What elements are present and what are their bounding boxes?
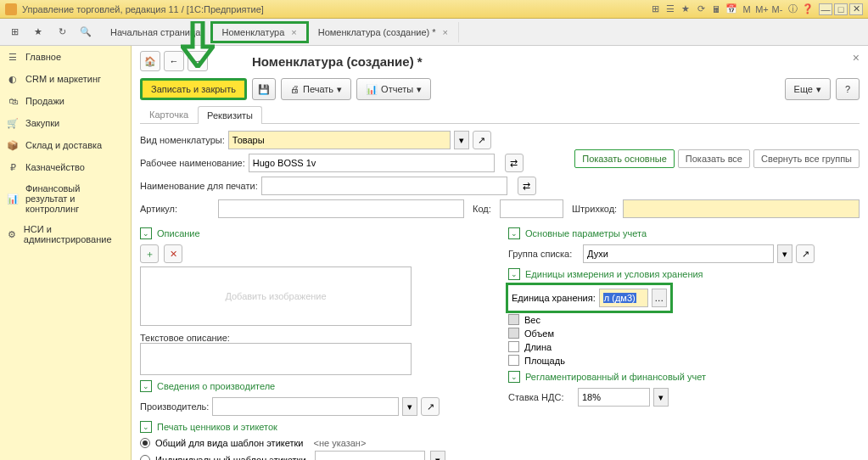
sidebar-toggle[interactable]: ☰Главное (0, 46, 131, 68)
tab-nomenclature-create[interactable]: Номенклатура (создание) *× (308, 22, 459, 42)
show-main-button[interactable]: Показать основные (574, 149, 675, 168)
favorite-icon[interactable]: ★ (29, 23, 48, 42)
minimize-button[interactable]: — (819, 3, 832, 15)
tool-icon-6[interactable]: 📅 (725, 3, 737, 15)
m-minus-label[interactable]: М- (771, 3, 783, 15)
sidebar-item-purchases[interactable]: 🛒Закупки (0, 112, 131, 134)
print-name-field[interactable] (261, 177, 507, 195)
type-dropdown-button[interactable]: ▾ (454, 131, 469, 149)
vat-label: Ставка НДС: (508, 392, 574, 402)
nav-back-button[interactable]: ← (164, 51, 184, 71)
tab-home[interactable]: Начальная страница (100, 22, 211, 42)
top-nav: ⊞ ★ ↻ 🔍 Начальная страница Номенклатура×… (0, 19, 868, 46)
vat-dropdown[interactable]: ▾ (653, 388, 669, 407)
tool-icon-4[interactable]: ⟳ (695, 3, 707, 15)
save-button[interactable]: 💾 (252, 78, 276, 100)
sidebar-item-sales[interactable]: 🛍Продажи (0, 90, 131, 112)
m-plus-label[interactable]: М+ (756, 3, 768, 15)
sales-icon: 🛍 (7, 95, 19, 107)
gear-icon: ⚙ (7, 228, 17, 240)
type-label: Вид номенклатуры: (140, 135, 225, 145)
maximize-button[interactable]: □ (834, 3, 848, 15)
image-placeholder[interactable]: Добавить изображение (140, 266, 412, 326)
weight-checkbox[interactable] (508, 314, 519, 325)
article-field[interactable] (218, 199, 464, 218)
tool-icon-2[interactable]: ☰ (664, 3, 676, 15)
more-button[interactable]: Еще ▾ (785, 78, 831, 100)
manufacturer-dropdown[interactable]: ▾ (402, 397, 417, 416)
crm-icon: ◐ (7, 73, 19, 85)
reports-button[interactable]: 📊 Отчеты ▾ (356, 78, 431, 100)
type-field[interactable] (228, 131, 451, 149)
sidebar-item-nsi[interactable]: ⚙НСИ и администрирование (0, 219, 131, 250)
storage-unit-field[interactable]: л (дм3) (599, 289, 648, 307)
individual-template-dropdown[interactable]: ▾ (430, 451, 445, 460)
barcode-field[interactable] (623, 199, 860, 218)
group-list-field[interactable] (583, 244, 774, 263)
section-accounting[interactable]: ⌄ Основные параметры учета (508, 227, 860, 239)
cart-icon: 🛒 (7, 117, 19, 129)
save-close-button[interactable]: Записать и закрыть (140, 78, 247, 100)
tab-close-icon[interactable]: × (291, 27, 296, 37)
sub-tabs: Карточка Реквизиты (140, 105, 860, 124)
help-icon[interactable]: ⓘ (787, 3, 798, 15)
section-tags-printing[interactable]: ⌄ Печать ценников и этикеток (140, 421, 491, 433)
tool-icon-3[interactable]: ★ (680, 3, 692, 15)
common-template-radio[interactable] (140, 438, 150, 448)
section-manufacturer[interactable]: ⌄ Сведения о производителе (140, 380, 491, 392)
history-icon[interactable]: ↻ (53, 23, 71, 42)
manufacturer-open-button[interactable]: ↗ (421, 397, 440, 416)
type-open-button[interactable]: ↗ (473, 131, 491, 149)
collapse-icon: ⌄ (140, 380, 152, 392)
sidebar-item-crm[interactable]: ◐CRM и маркетинг (0, 68, 131, 90)
page-close-button[interactable]: × (853, 51, 860, 65)
print-button[interactable]: 🖨 Печать ▾ (281, 78, 351, 100)
section-description[interactable]: ⌄ Описание (140, 227, 491, 239)
sidebar: ☰Главное ◐CRM и маркетинг 🛍Продажи 🛒Заку… (0, 46, 132, 460)
sidebar-item-finance[interactable]: 📊Финансовый результат и контроллинг (0, 178, 131, 219)
help-icon-2[interactable]: ❓ (802, 3, 814, 15)
search-icon[interactable]: 🔍 (76, 23, 95, 42)
individual-template-field[interactable] (315, 451, 425, 460)
sidebar-item-warehouse[interactable]: 📦Склад и доставка (0, 134, 131, 156)
nav-fwd-button[interactable]: → (188, 51, 208, 71)
individual-template-radio[interactable] (140, 455, 150, 460)
section-regulated[interactable]: ⌄ Регламентированный и финансовый учет (508, 371, 860, 383)
title-bar: Управление торговлей, редакция 11 / [1С:… (0, 0, 868, 19)
sidebar-item-treasury[interactable]: ₽Казначейство (0, 156, 131, 178)
subtab-card[interactable]: Карточка (140, 105, 198, 123)
manufacturer-field[interactable] (212, 397, 399, 416)
back-button[interactable]: 🏠 (140, 51, 160, 71)
delete-image-button[interactable]: ✕ (164, 244, 182, 263)
collapse-all-button[interactable]: Свернуть все группы (753, 149, 860, 168)
subtab-details[interactable]: Реквизиты (198, 106, 262, 124)
text-desc-field[interactable] (140, 343, 412, 375)
section-units-storage[interactable]: ⌄ Единицы измерения и условия хранения (508, 268, 860, 280)
length-checkbox[interactable] (508, 341, 519, 352)
help-button[interactable]: ? (836, 78, 860, 100)
show-all-button[interactable]: Показать все (678, 149, 750, 168)
group-list-open-button[interactable]: ↗ (796, 244, 815, 263)
tab-close-icon[interactable]: × (443, 27, 448, 37)
close-button[interactable]: ✕ (849, 3, 863, 15)
working-name-label: Рабочее наименование: (140, 158, 245, 168)
vat-field[interactable] (578, 388, 650, 407)
group-list-dropdown[interactable]: ▾ (777, 244, 792, 263)
code-field[interactable] (500, 199, 563, 218)
m-label[interactable]: М (741, 3, 753, 15)
area-checkbox[interactable] (508, 355, 519, 366)
area-label: Площадь (524, 356, 565, 366)
barcode-label: Штрихкод: (572, 204, 619, 214)
volume-checkbox[interactable] (508, 328, 519, 339)
tool-icon-5[interactable]: 🖩 (710, 3, 722, 15)
storage-unit-label: Единица хранения: (512, 293, 596, 303)
tool-icon-1[interactable]: ⊞ (649, 3, 661, 15)
length-label: Длина (524, 342, 552, 352)
copy-print-name-button[interactable]: ⇄ (518, 177, 536, 195)
copy-name-button[interactable]: ⇄ (505, 154, 524, 172)
storage-unit-more-button[interactable]: … (652, 289, 667, 307)
apps-icon[interactable]: ⊞ (5, 23, 24, 42)
working-name-field[interactable] (249, 154, 495, 172)
add-image-button[interactable]: ＋ (140, 244, 159, 263)
tab-nomenclature[interactable]: Номенклатура× (211, 22, 307, 42)
